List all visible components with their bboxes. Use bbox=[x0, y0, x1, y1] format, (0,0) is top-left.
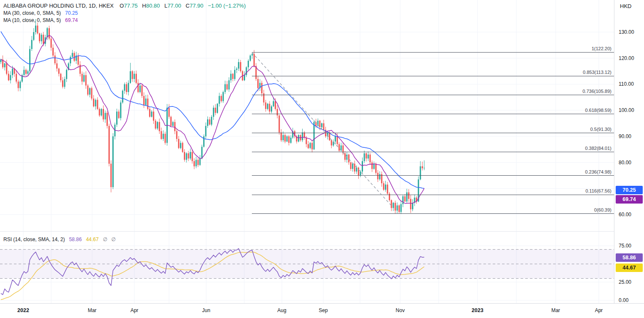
svg-text:0.736(105.89): 0.736(105.89) bbox=[583, 89, 612, 94]
price-tick-130: 130.00 bbox=[619, 29, 634, 35]
ma30-value: 70.25 bbox=[65, 10, 78, 16]
time-label-Aug: Aug bbox=[277, 307, 286, 313]
ma30-label: MA (30, close, 0, SMA, 5) bbox=[3, 10, 61, 16]
rsi-ma-value: 44.67 bbox=[86, 236, 98, 242]
close-value: 77.90 bbox=[190, 3, 204, 9]
price-tick-110: 110.00 bbox=[619, 81, 634, 87]
rsi-tick-75.00: 75.00 bbox=[619, 243, 631, 249]
svg-text:0.382(84.01): 0.382(84.01) bbox=[585, 146, 611, 151]
ma10-label: MA (10, close, 0, SMA, 5) bbox=[3, 17, 61, 23]
axis-badge-70.25: 70.25 bbox=[616, 186, 643, 194]
low-value: 77.00 bbox=[167, 3, 181, 9]
chart-window: 1(122.20)0.853(113.12)0.736(105.89)0.618… bbox=[0, 0, 644, 318]
rsi-legend-row[interactable]: RSI (14, close, SMA, 14, 2) 58.86 44.67 … bbox=[3, 236, 117, 243]
price-tick-90: 90.00 bbox=[619, 133, 631, 139]
trendline[interactable] bbox=[252, 52, 392, 207]
axis-badge-58.86: 58.86 bbox=[616, 253, 643, 262]
svg-text:0.853(113.12): 0.853(113.12) bbox=[583, 70, 611, 75]
price-tick-120: 120.00 bbox=[619, 55, 634, 61]
time-label-Nov: Nov bbox=[396, 307, 404, 313]
price-tick-80: 80.00 bbox=[619, 160, 631, 166]
rsi-value: 58.86 bbox=[69, 236, 82, 242]
main-legend: ALIBABA GROUP HOLDING LTD, 1D, HKEX O77.… bbox=[3, 2, 246, 24]
time-label-Jun: Jun bbox=[202, 307, 210, 313]
symbol-legend-row[interactable]: ALIBABA GROUP HOLDING LTD, 1D, HKEX O77.… bbox=[3, 2, 246, 9]
ma30-legend-row[interactable]: MA (30, close, 0, SMA, 5) 70.25 bbox=[3, 9, 246, 16]
time-scale[interactable]: 2022MarAprJunAugSepNov2023MarApr bbox=[0, 303, 644, 318]
time-label-Apr: Apr bbox=[595, 307, 603, 313]
time-label-2022: 2022 bbox=[17, 307, 29, 313]
svg-text:0(60.39): 0(60.39) bbox=[594, 207, 611, 212]
candles-layer[interactable] bbox=[0, 19, 425, 214]
open-value: 77.75 bbox=[124, 3, 138, 9]
time-label-Apr: Apr bbox=[131, 307, 139, 313]
ma10-legend-row[interactable]: MA (10, close, 0, SMA, 5) 69.74 bbox=[3, 16, 246, 24]
price-tick-100: 100.00 bbox=[619, 107, 634, 113]
ohlc-values: O77.75 H80.80 L77.00 C77.90 −1.00 (−1.27… bbox=[120, 3, 246, 9]
svg-text:0.236(74.98): 0.236(74.98) bbox=[585, 169, 611, 174]
price-chart-canvas[interactable]: 1(122.20)0.853(113.12)0.736(105.89)0.618… bbox=[0, 0, 614, 303]
high-label: H bbox=[142, 3, 146, 9]
price-tick-60: 60.00 bbox=[619, 212, 631, 217]
high-value: 80.80 bbox=[146, 3, 160, 9]
axis-badge-44.67: 44.67 bbox=[616, 264, 643, 272]
close-label: C bbox=[186, 3, 189, 9]
svg-text:0.116(67.56): 0.116(67.56) bbox=[585, 188, 611, 193]
rsi-tick-0.00: 0.00 bbox=[619, 297, 628, 303]
open-label: O bbox=[120, 3, 124, 9]
svg-text:0.5(91.30): 0.5(91.30) bbox=[590, 127, 611, 132]
currency-label: HKD bbox=[620, 3, 631, 9]
time-label-2023: 2023 bbox=[472, 307, 483, 313]
price-scale[interactable]: HKD 130.00120.00110.00100.0090.0080.0060… bbox=[614, 0, 644, 303]
change-value: −1.00 (−1.27%) bbox=[208, 3, 246, 9]
axis-badge-69.74: 69.74 bbox=[616, 195, 643, 204]
ma10-line[interactable] bbox=[1, 35, 424, 204]
time-label-Sep: Sep bbox=[319, 307, 327, 313]
time-label-Mar: Mar bbox=[88, 307, 97, 313]
svg-text:0.618(98.59): 0.618(98.59) bbox=[585, 108, 611, 113]
rsi-tick-25.00: 25.00 bbox=[619, 279, 631, 285]
ma10-value: 69.74 bbox=[65, 17, 78, 23]
symbol-title: ALIBABA GROUP HOLDING LTD, 1D, HKEX bbox=[3, 3, 114, 9]
svg-text:1(122.20): 1(122.20) bbox=[592, 46, 611, 51]
rsi-label: RSI (14, close, SMA, 14, 2) bbox=[3, 236, 65, 242]
rsi-extra: ∅ ∅ bbox=[103, 236, 117, 242]
time-label-Mar: Mar bbox=[551, 307, 560, 313]
